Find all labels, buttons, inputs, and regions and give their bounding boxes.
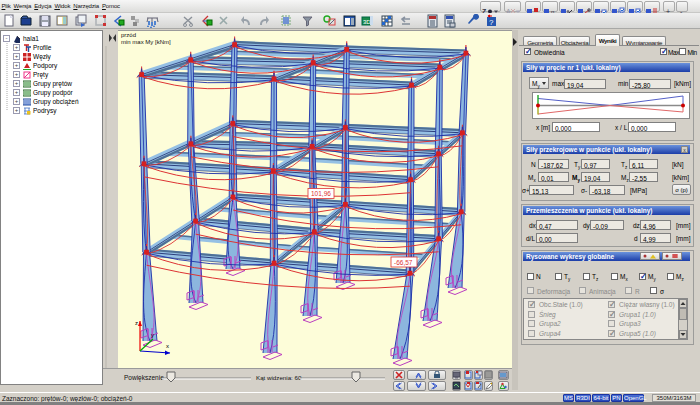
svg-text:y: y xyxy=(151,332,154,338)
svg-text:-66,57: -66,57 xyxy=(394,259,413,266)
svg-text:z: z xyxy=(135,320,138,326)
svg-text:x: x xyxy=(166,343,169,349)
svg-text:101,96: 101,96 xyxy=(311,190,331,197)
svg-text:?: ? xyxy=(489,18,494,27)
